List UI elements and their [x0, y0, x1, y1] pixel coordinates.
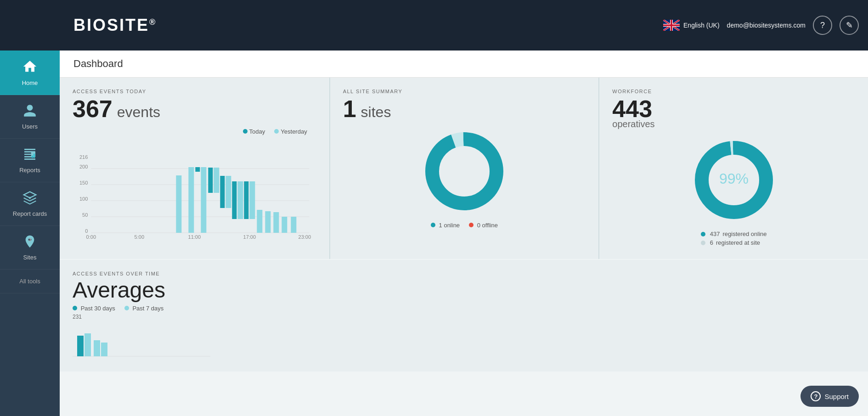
svg-text:0:00: 0:00 — [86, 234, 96, 240]
svg-rect-47 — [94, 340, 100, 356]
sidebar-label-users: Users — [22, 123, 38, 130]
svg-point-40 — [432, 139, 496, 203]
bar-chart-area: Today Yesterday 0 50 100 150 200 216 — [73, 128, 316, 242]
averages-legend: Past 30 days Past 7 days — [73, 305, 855, 312]
svg-text:150: 150 — [79, 180, 88, 186]
language-selector[interactable]: English (UK) — [663, 20, 720, 31]
sidebar-label-report-cards: Report cards — [13, 210, 47, 217]
svg-text:100: 100 — [79, 196, 88, 202]
svg-text:17:00: 17:00 — [243, 234, 256, 240]
uk-flag-icon — [663, 20, 680, 31]
averages-title: Averages — [73, 279, 855, 301]
sidebar: Home Users Reports ★ Report cards 3 Site… — [0, 51, 60, 416]
users-icon — [23, 103, 37, 121]
workforce-count: 443 — [612, 97, 652, 121]
header-right: English (UK) demo@biositesystems.com ? ✎ — [663, 16, 859, 35]
svg-text:200: 200 — [79, 164, 88, 169]
reports-icon — [23, 147, 37, 165]
svg-rect-34 — [249, 181, 255, 219]
offline-legend: 0 offline — [469, 222, 498, 229]
workforce-donut-chart: 99% — [688, 134, 780, 226]
sidebar-label-home: Home — [22, 79, 38, 86]
user-email: demo@biositesystems.com — [727, 22, 806, 29]
logo: BIOSITE® — [73, 16, 157, 35]
sidebar-item-home[interactable]: Home — [0, 51, 60, 95]
svg-text:11:00: 11:00 — [188, 234, 201, 240]
page-title: Dashboard — [60, 51, 868, 78]
svg-rect-26 — [201, 167, 206, 233]
svg-rect-35 — [257, 210, 262, 233]
logo-reg: ® — [149, 17, 157, 27]
svg-rect-24 — [188, 167, 194, 233]
svg-rect-31 — [232, 181, 237, 219]
svg-rect-25 — [195, 167, 200, 172]
svg-rect-29 — [220, 176, 225, 208]
workforce-label: WORKFORCE — [612, 89, 855, 94]
svg-rect-39 — [291, 217, 296, 233]
support-button[interactable]: ? Support — [800, 386, 859, 407]
logo-text: BIOSITE — [73, 16, 149, 34]
all-site-label: ALL SITE SUMMARY — [343, 89, 586, 94]
help-button[interactable]: ? — [813, 16, 832, 35]
sidebar-label-reports: Reports — [19, 167, 40, 174]
access-events-panel: ACCESS EVENTS TODAY 367 events Today Yes… — [60, 78, 329, 259]
legend-yesterday: Yesterday — [274, 128, 307, 135]
averages-label: ACCESS EVENTS OVER TIME — [73, 271, 855, 276]
site-donut-chart — [418, 125, 510, 217]
svg-rect-48 — [101, 343, 107, 356]
chart-legend: Today Yesterday — [73, 128, 307, 135]
avg-chart-top-label: 231 — [73, 314, 855, 320]
all-site-unit: sites — [361, 104, 391, 121]
svg-rect-32 — [237, 181, 243, 219]
site-donut-area: 1 online 0 offline — [343, 125, 586, 229]
svg-text:50: 50 — [82, 212, 88, 218]
sidebar-label-all-tools: All tools — [19, 278, 40, 285]
averages-chart-svg — [73, 322, 210, 359]
user-button[interactable]: ✎ — [840, 16, 859, 35]
svg-rect-27 — [208, 168, 213, 193]
operatives-label: operatives — [612, 119, 855, 129]
bar-chart-svg: 0 50 100 150 200 216 0:00 — [73, 139, 316, 240]
sidebar-item-users[interactable]: Users — [0, 95, 60, 139]
access-events-count: 367 — [73, 97, 113, 121]
registered-online-item: 437 registered online — [701, 230, 767, 237]
workforce-pct-text: 99% — [719, 170, 749, 187]
sidebar-label-sites: Sites — [23, 254, 37, 261]
legend-7-days: Past 7 days — [124, 305, 164, 312]
svg-rect-37 — [273, 212, 279, 233]
online-legend: 1 online — [431, 222, 460, 229]
svg-rect-28 — [214, 168, 219, 193]
home-icon — [22, 59, 38, 78]
legend-today: Today — [243, 128, 265, 135]
workforce-legend: 437 registered online 6 registered at si… — [701, 230, 767, 248]
svg-rect-46 — [85, 333, 91, 356]
site-donut-legend: 1 online 0 offline — [431, 222, 498, 229]
sidebar-item-sites[interactable]: 3 Sites — [0, 226, 60, 270]
access-events-unit: events — [117, 104, 160, 121]
sites-icon: 3 — [23, 234, 37, 252]
dashboard-grid: ACCESS EVENTS TODAY 367 events Today Yes… — [60, 78, 868, 259]
svg-rect-45 — [77, 336, 84, 356]
svg-text:0: 0 — [85, 228, 88, 234]
report-cards-icon: ★ — [23, 191, 37, 208]
svg-text:★: ★ — [28, 196, 32, 200]
svg-rect-33 — [244, 181, 248, 219]
content-area: Dashboard ACCESS EVENTS TODAY 367 events… — [60, 51, 868, 416]
language-label: English (UK) — [683, 22, 720, 29]
svg-rect-36 — [265, 211, 271, 233]
sidebar-item-report-cards[interactable]: ★ Report cards — [0, 182, 60, 226]
support-icon: ? — [811, 391, 821, 401]
svg-rect-23 — [176, 175, 181, 233]
svg-text:5:00: 5:00 — [135, 234, 144, 240]
sidebar-item-reports[interactable]: Reports — [0, 139, 60, 182]
svg-rect-2 — [32, 156, 33, 158]
main-layout: Home Users Reports ★ Report cards 3 Site… — [0, 51, 868, 416]
header: BIOSITE® English (UK) demo@biositesystem… — [0, 0, 868, 51]
svg-text:23:00: 23:00 — [299, 234, 311, 240]
svg-text:216: 216 — [79, 154, 88, 160]
sidebar-item-all-tools[interactable]: All tools — [0, 270, 60, 293]
legend-30-days: Past 30 days — [73, 305, 115, 312]
all-site-summary-panel: ALL SITE SUMMARY 1 sites 1 — [329, 78, 599, 259]
svg-rect-38 — [282, 217, 287, 233]
registered-site-item: 6 registered at site — [701, 239, 767, 246]
